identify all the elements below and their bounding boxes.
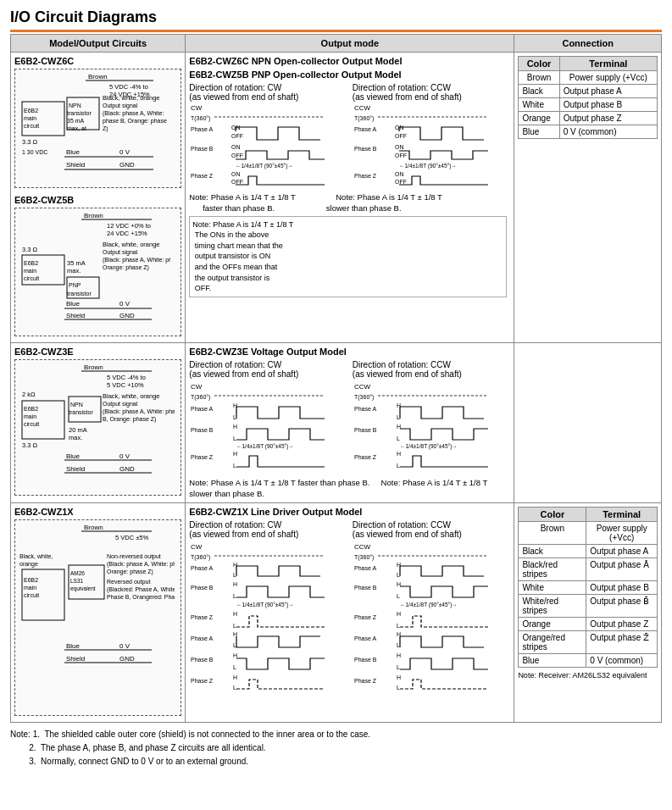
svg-text:Brown: Brown <box>84 212 103 219</box>
svg-text:Phase Z: Phase Z <box>191 454 214 460</box>
svg-text:Shield: Shield <box>66 465 85 473</box>
direction-row-cwz1x: Direction of rotation: CW(as viewed from… <box>189 520 510 710</box>
circuit-diagram-cwz1x: Brown 5 VDC ±5% E6B2 main circuit AM26 L… <box>14 519 181 715</box>
ccw-label-cwz3e: Direction of rotation: CCW(as viewed fro… <box>353 360 511 379</box>
color-cell: Brown <box>519 522 586 545</box>
svg-text:T(360°): T(360°) <box>191 115 210 122</box>
terminal-cell: 0 V (common) <box>586 654 658 668</box>
section-row-cwz1x: E6B2-CWZ1X Brown 5 VDC ±5% E6B2 main cir… <box>11 503 662 722</box>
svg-text:transistor: transistor <box>69 409 93 415</box>
svg-text:H: H <box>233 451 237 457</box>
svg-text:H: H <box>397 652 401 658</box>
svg-text:L: L <box>233 664 236 670</box>
svg-text:Shield: Shield <box>66 161 85 169</box>
svg-text:Blue: Blue <box>66 300 81 308</box>
connection-col-cwz1x: Color Terminal Brown Power supply (+Vcc)… <box>514 503 662 722</box>
cw-label-cwz1x: Direction of rotation: CW(as viewed from… <box>189 520 347 539</box>
terminal-cell: Output phase B <box>559 98 657 112</box>
svg-text:Brown: Brown <box>84 524 103 531</box>
ccw-label-cwz6c: Direction of rotation: CCW(as viewed fro… <box>353 83 511 102</box>
svg-text:Phase A: Phase A <box>191 635 213 641</box>
svg-text:Z): Z) <box>103 125 108 132</box>
ccw-col-cwz1x: Direction of rotation: CCW(as viewed fro… <box>353 520 511 710</box>
svg-text:H: H <box>397 611 401 617</box>
svg-text:transistor: transistor <box>67 291 92 297</box>
svg-text:Blue: Blue <box>66 452 81 460</box>
svg-text:Phase Z: Phase Z <box>191 678 214 684</box>
svg-text:Phase B: Phase B <box>354 585 377 591</box>
svg-text:CW: CW <box>191 383 203 391</box>
svg-text:H: H <box>233 611 237 617</box>
svg-text:Output signal: Output signal <box>103 103 138 109</box>
circuit-svg-cwz5b: Brown 12 VDC +0% to 24 VDC +15% 3.3 Ω E6… <box>18 211 170 330</box>
cw-col-cwz3e: Direction of rotation: CW(as viewed from… <box>189 360 347 474</box>
svg-text:E6B2: E6B2 <box>24 577 38 583</box>
circuit-col-cwz3e: E6B2-CWZ3E Brown 5 VDC -4% to 5 VDC +10%… <box>11 342 186 503</box>
svg-text:(Black: phase A, White: phase: (Black: phase A, White: phase <box>103 408 175 415</box>
svg-text:OFF: OFF <box>395 133 407 139</box>
svg-text:max.: max. <box>67 267 81 275</box>
output-title-cwz3e: E6B2-CWZ3E Voltage Output Model <box>189 347 510 357</box>
svg-text:CCW: CCW <box>354 104 371 112</box>
model-label-cwz5b: E6B2-CWZ5B <box>14 195 181 205</box>
svg-text:←1/4±1/8T (90°±45°)→: ←1/4±1/8T (90°±45°)→ <box>236 602 294 608</box>
terminal-cell: 0 V (common) <box>559 125 657 139</box>
svg-text:main: main <box>24 115 36 121</box>
note-cwz3e: Note: Phase A is 1/4 T ± 1/8 T faster th… <box>189 477 510 500</box>
svg-text:Blue: Blue <box>66 148 81 156</box>
model-label-cwz1x: E6B2-CWZ1X <box>14 507 181 517</box>
cw-waveform-cwz1x: CW T(360°) Phase A H L Phase B H <box>189 539 337 708</box>
header-output: Output mode <box>186 35 514 53</box>
svg-text:Orange: phase Z): Orange: phase Z) <box>103 264 149 271</box>
svg-text:T(360°): T(360°) <box>354 554 374 561</box>
terminal-header-cwz1x: Terminal <box>586 508 658 522</box>
svg-text:5 VDC ±5%: 5 VDC ±5% <box>115 534 148 541</box>
svg-text:35 mA: 35 mA <box>67 259 86 267</box>
svg-text:Phase B: Phase B <box>354 146 377 152</box>
svg-text:(Black: phase A, White:: (Black: phase A, White: <box>103 110 164 117</box>
svg-text:CW: CW <box>191 543 203 551</box>
top-border <box>10 30 662 32</box>
color-table-cwz1x: Color Terminal Brown Power supply (+Vcc)… <box>518 507 658 668</box>
svg-text:L: L <box>233 572 236 578</box>
svg-text:OFF: OFF <box>231 179 243 185</box>
svg-text:L: L <box>397 593 400 599</box>
circuit-col-cwz6c: E6B2-CWZ6C Brown 5 VDC -4% to 24 VDC +15… <box>11 53 186 343</box>
svg-text:OFF: OFF <box>395 153 407 158</box>
cw-col-cwz6c: Direction of rotation: CW(as viewed from… <box>189 83 347 188</box>
terminal-cell: Output phase Ā <box>586 558 658 581</box>
svg-text:(Black: phase A, White: phase : (Black: phase A, White: phase B, <box>103 257 170 264</box>
svg-text:Output signal: Output signal <box>103 401 138 408</box>
terminal-cell: Output phase Z <box>586 618 658 631</box>
svg-text:(Blackred: Phase A, Whitered:: (Blackred: Phase A, Whitered: <box>107 586 175 593</box>
svg-text:L: L <box>233 642 236 648</box>
svg-text:Black, white, orange: Black, white, orange <box>103 392 160 400</box>
circuit-col-cwz1x: E6B2-CWZ1X Brown 5 VDC ±5% E6B2 main cir… <box>11 503 186 722</box>
svg-text:L: L <box>397 463 400 469</box>
direction-row-cwz6c: Direction of rotation: CW(as viewed from… <box>189 83 510 188</box>
color-cell: Black <box>519 545 586 558</box>
svg-text:circuit: circuit <box>24 592 39 598</box>
svg-text:B, Orange: phase Z): B, Orange: phase Z) <box>103 416 156 423</box>
svg-text:Phase A: Phase A <box>354 565 376 571</box>
svg-text:T(360°): T(360°) <box>354 394 374 401</box>
color-row-orange-2: Orange Output phase Z <box>519 618 658 631</box>
svg-text:Blue: Blue <box>66 642 81 650</box>
svg-text:Phase B: Phase B <box>354 657 377 663</box>
svg-text:1 30 VDC: 1 30 VDC <box>22 149 47 155</box>
ccw-waveform-cwz1x: CCW T(360°) Phase A H L Phase B H <box>353 539 501 708</box>
svg-text:GND: GND <box>119 161 135 169</box>
svg-text:H: H <box>233 631 237 637</box>
ccw-label-cwz1x: Direction of rotation: CCW(as viewed fro… <box>353 520 511 539</box>
page-container: I/O Circuit Diagrams Model/Output Circui… <box>0 0 672 777</box>
svg-text:L: L <box>233 436 236 441</box>
svg-text:←1/4±1/8T (90°±45°)→: ←1/4±1/8T (90°±45°)→ <box>400 443 458 450</box>
ccw-waveform-cwz6c: CCW T(360°) Phase A ON OFF Phase B O <box>353 102 501 186</box>
svg-text:Black, white, orange: Black, white, orange <box>103 94 160 102</box>
header-connection: Connection <box>514 35 662 53</box>
ccw-col-cwz6c: Direction of rotation: CCW(as viewed fro… <box>353 83 511 188</box>
terminal-header: Terminal <box>559 57 657 71</box>
direction-row-cwz3e: Direction of rotation: CW(as viewed from… <box>189 360 510 474</box>
svg-text:E6B2: E6B2 <box>24 260 38 266</box>
svg-text:GND: GND <box>119 655 135 663</box>
